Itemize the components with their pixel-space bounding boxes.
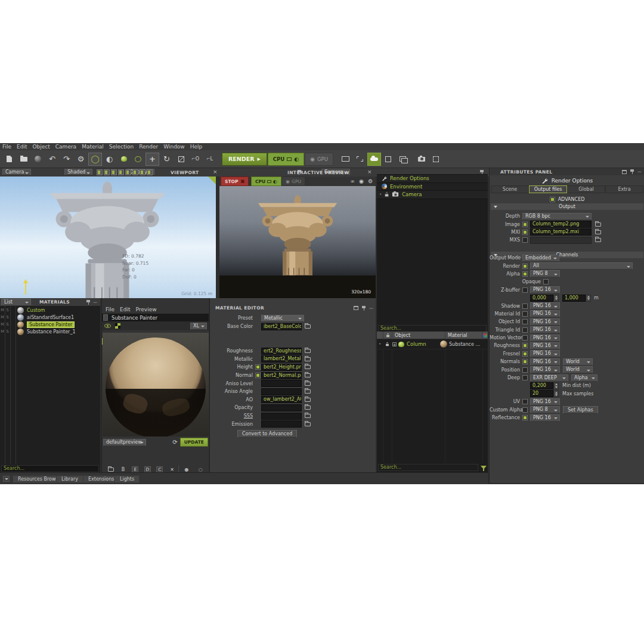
aniso-level-field[interactable] xyxy=(261,380,302,387)
convert-to-advanced-button[interactable]: Convert to Advanced xyxy=(237,430,297,438)
zbuffer-near-spinner[interactable]: 0,000 xyxy=(530,295,559,302)
height-checkbox[interactable] xyxy=(255,364,261,370)
pack-scene-icon[interactable] xyxy=(31,153,45,166)
metallic-folder-icon[interactable] xyxy=(305,357,311,361)
ao-folder-icon[interactable] xyxy=(305,398,311,402)
base-color-field[interactable]: ibert2_BaseColor.png xyxy=(261,323,302,330)
stop-button[interactable]: STOP■ xyxy=(221,177,249,186)
normals-format-select[interactable]: PNG 16 xyxy=(530,358,560,366)
float-window-icon[interactable] xyxy=(622,170,627,174)
material-id-checkbox[interactable] xyxy=(522,311,528,317)
viewport-layout-icon[interactable] xyxy=(111,169,117,175)
materials-view-select[interactable]: List xyxy=(1,299,31,306)
advanced-checkbox[interactable] xyxy=(550,197,555,202)
reflectance-format-select[interactable]: PNG 16 xyxy=(530,414,560,422)
open-scene-icon[interactable] xyxy=(17,153,30,166)
editor-pin-icon[interactable] xyxy=(362,306,366,311)
material-mode-icon[interactable] xyxy=(117,153,131,166)
tab-global[interactable]: Global xyxy=(567,185,605,193)
shadow-checkbox[interactable] xyxy=(522,304,528,309)
undo-icon[interactable]: ↶ xyxy=(45,153,59,166)
scene-item-environment[interactable]: Environment xyxy=(377,183,488,191)
lock-icon[interactable] xyxy=(385,194,389,197)
viewport-close-icon[interactable]: × xyxy=(213,169,218,175)
normals-space-select[interactable]: World xyxy=(563,358,593,366)
ao-map-field[interactable]: ow_lambert2_AO.png xyxy=(261,396,302,403)
aniso-angle-field[interactable] xyxy=(261,388,302,395)
preview-close-icon[interactable]: × xyxy=(367,169,372,175)
alpha-format-select[interactable]: PNG 8 xyxy=(530,270,560,277)
materials-pin-icon[interactable] xyxy=(86,300,90,305)
reflectance-checkbox[interactable] xyxy=(522,415,528,420)
menu-file[interactable]: File xyxy=(2,144,11,150)
position-format-select[interactable]: PNG 16 xyxy=(530,366,560,373)
image-path-field[interactable]: Column_temp2.png xyxy=(530,221,592,228)
region-render-icon[interactable] xyxy=(339,153,352,166)
viewport-layout-icon[interactable] xyxy=(118,169,124,175)
motion-vector-checkbox[interactable] xyxy=(522,335,528,340)
preview-cpu-toggle[interactable]: CPU◐ xyxy=(251,177,281,186)
menu-edit[interactable]: Edit xyxy=(17,144,27,150)
image-browse-folder-icon[interactable] xyxy=(595,222,601,227)
normal-folder-icon[interactable] xyxy=(305,373,311,377)
emission-folder-icon[interactable] xyxy=(305,422,311,426)
fresnel-checkbox[interactable] xyxy=(522,351,528,357)
snapshot-camera-icon[interactable] xyxy=(415,153,429,166)
preview-b-icon[interactable]: B xyxy=(117,467,129,472)
object-search-input[interactable]: Search... xyxy=(378,464,478,471)
y-axis-gizmo[interactable] xyxy=(25,283,26,295)
select-partial-icon[interactable]: ◐ xyxy=(103,153,116,166)
menu-camera[interactable]: Camera xyxy=(55,144,76,150)
preview-visibility-eye-icon[interactable] xyxy=(104,324,111,328)
viewport-camera-select[interactable]: Camera xyxy=(2,169,31,175)
menu-help[interactable]: Help xyxy=(190,144,203,150)
deep-format-select[interactable]: EXR DEEP xyxy=(530,374,568,382)
new-scene-icon[interactable] xyxy=(2,153,16,166)
aniso-level-folder-icon[interactable] xyxy=(305,382,311,386)
preview-settings-gear-icon[interactable]: ⚙ xyxy=(368,178,373,184)
scene-item-camera[interactable]: • Camera xyxy=(377,191,488,199)
new-window-icon[interactable] xyxy=(382,153,395,166)
preview-solid-sphere-icon[interactable]: ● xyxy=(179,467,194,472)
output-section-header[interactable]: Output xyxy=(491,203,643,210)
object-id-format-select[interactable]: PNG 16 xyxy=(530,318,560,326)
filter-funnel-icon[interactable] xyxy=(481,466,487,469)
refresh-icon[interactable]: ⟳ xyxy=(172,439,177,445)
material-column-header[interactable]: Material xyxy=(445,332,482,339)
menu-object[interactable]: Object xyxy=(33,144,50,150)
material-row-aistandardsurface1[interactable]: M S aiStandardSurface1 xyxy=(0,314,100,321)
mxs-checkbox[interactable] xyxy=(522,237,528,243)
preview-render-canvas[interactable]: 320x180 xyxy=(219,186,376,298)
zbuffer-checkbox[interactable] xyxy=(522,287,528,293)
materials-search-input[interactable]: Search... xyxy=(1,465,99,472)
attributes-minimize-icon[interactable]: — xyxy=(637,169,642,174)
mxi-checkbox[interactable] xyxy=(522,230,528,235)
roughness-map-field[interactable]: ert2_Roughness.png xyxy=(261,348,302,355)
update-button[interactable]: UPDATE xyxy=(180,438,208,447)
viewport-shading-select[interactable]: Shaded xyxy=(64,169,92,175)
shadow-format-select[interactable]: PNG 16 xyxy=(530,302,560,309)
preview-scene-select[interactable]: defaultpreview xyxy=(103,439,146,446)
preview-menu-preview[interactable]: Preview xyxy=(136,306,157,312)
emission-field[interactable] xyxy=(261,420,302,428)
metallic-map-field[interactable]: lambert2_Metallic.png xyxy=(261,355,302,363)
editor-float-window-icon[interactable] xyxy=(354,306,358,310)
sss-folder-icon[interactable] xyxy=(305,414,311,418)
cloud-render-icon[interactable] xyxy=(367,153,381,166)
preview-size-select[interactable]: XL xyxy=(190,323,207,330)
zoom-selected-icon[interactable]: ⌐O xyxy=(188,153,202,166)
deep-checkbox[interactable] xyxy=(522,375,528,380)
max-samples-spinner[interactable]: 20 xyxy=(530,390,559,397)
deep-type-select[interactable]: Alpha xyxy=(571,374,597,382)
normal-checkbox[interactable] xyxy=(255,373,261,378)
preview-folder-icon[interactable] xyxy=(108,467,114,472)
viewport-layout-icon[interactable] xyxy=(147,169,153,175)
tab-lights[interactable]: Lights xyxy=(114,475,140,483)
expand-icon[interactable]: + xyxy=(392,342,397,346)
normal-map-field[interactable]: bert2_Normal.png xyxy=(261,372,302,379)
triangle-id-format-select[interactable]: PNG 16 xyxy=(530,326,560,333)
preset-select[interactable]: Metallic xyxy=(261,315,304,322)
mxs-path-field[interactable] xyxy=(530,237,592,244)
lock-view-link-icon[interactable]: ∞ xyxy=(351,178,355,184)
depth-select[interactable]: RGB 8 bpc xyxy=(522,213,592,220)
